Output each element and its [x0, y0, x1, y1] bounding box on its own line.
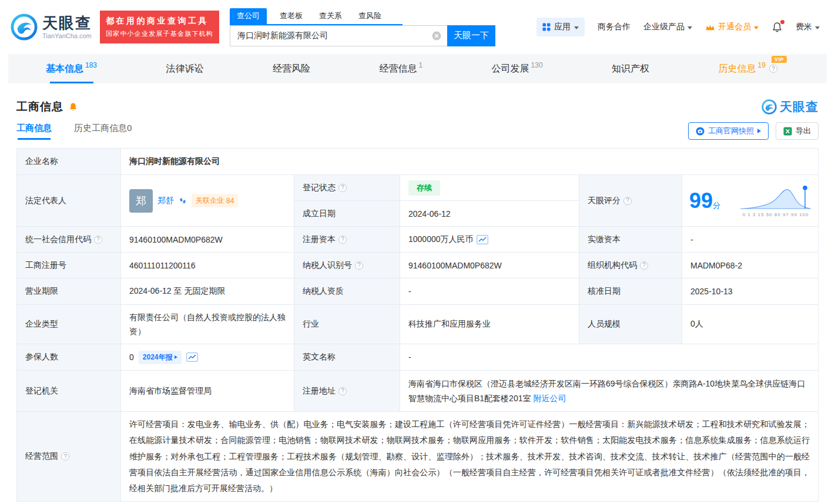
- apps-grid-icon: [542, 23, 551, 31]
- field-value-legal-representative: 郑 郑舒 关联企业 84: [121, 175, 294, 227]
- related-companies-badge[interactable]: 关联企业 84: [192, 194, 238, 207]
- help-icon[interactable]: ?: [623, 197, 632, 205]
- help-icon[interactable]: ?: [94, 236, 102, 244]
- help-icon[interactable]: ?: [61, 452, 69, 461]
- open-vip-label: 开通会员: [718, 22, 751, 32]
- related-companies-label: 关联企业: [196, 196, 224, 206]
- nav-operation-info-label: 经营信息: [379, 63, 417, 75]
- help-icon[interactable]: ?: [769, 65, 777, 73]
- nav-company-development-count: 130: [531, 61, 543, 69]
- tab-history-business-info[interactable]: 历史工商信息0: [74, 123, 132, 140]
- nav-intellectual-property[interactable]: 知识产权: [608, 54, 653, 83]
- user-name: 费米: [796, 22, 812, 32]
- crown-icon: [705, 23, 715, 31]
- field-value-taxpayer-id: 91460100MADM0P682W: [400, 253, 579, 278]
- field-value-registered-address: 海南省海口市保税区（澄迈县老城经济开发区南一环路69号综合保税区）亲商路A-10…: [400, 371, 819, 412]
- legal-representative-link[interactable]: 郑舒: [157, 196, 174, 206]
- enterprise-product-label: 企业级产品: [643, 22, 685, 32]
- apps-menu[interactable]: 应用: [536, 18, 585, 36]
- field-label-registration-status: 登记状态?: [294, 175, 400, 201]
- business-cooperation-link[interactable]: 商务合作: [598, 22, 631, 32]
- field-value-insured-count: 0 2024年报: [121, 344, 294, 371]
- open-vip-menu[interactable]: 开通会员: [705, 22, 759, 32]
- logo-domain: TianYanCha.com: [42, 32, 92, 39]
- user-menu[interactable]: 费米: [796, 22, 820, 32]
- nav-history-info[interactable]: 历史信息 19 VIP ?: [715, 54, 781, 83]
- nearby-companies-link[interactable]: 附近公司: [533, 394, 566, 403]
- field-label-english-name: 英文名称: [294, 344, 400, 371]
- search-input[interactable]: [230, 25, 447, 46]
- chevron-down-icon: [815, 26, 820, 29]
- field-label-establish-date: 成立日期: [294, 201, 400, 227]
- camera-icon: [696, 127, 705, 136]
- trend-chart-icon[interactable]: [477, 235, 488, 244]
- page-title: 工商信息: [16, 99, 63, 115]
- field-label-taxpayer-quality: 纳税人资质: [294, 278, 400, 305]
- nav-legal-litigation-label: 法律诉讼: [166, 63, 204, 75]
- nav-history-info-label: 历史信息: [719, 63, 756, 75]
- tab-business-info[interactable]: 工商信息: [16, 123, 52, 140]
- search-button[interactable]: 天眼一下: [447, 25, 495, 46]
- help-icon[interactable]: ?: [338, 184, 347, 192]
- help-icon[interactable]: ?: [338, 236, 347, 244]
- footprint-icon[interactable]: [179, 197, 187, 205]
- chevron-down-icon: [754, 26, 759, 29]
- field-value-credit-code: 91460100MADM0P682W: [121, 227, 294, 253]
- field-value-establish-date: 2024-06-12: [400, 201, 579, 227]
- avatar[interactable]: 郑: [129, 189, 153, 213]
- clear-icon[interactable]: [432, 31, 441, 41]
- nav-legal-litigation[interactable]: 法律诉讼: [163, 54, 207, 83]
- field-label-registration-number: 工商注册号: [17, 253, 121, 278]
- nav-company-development-label: 公司发展: [492, 63, 529, 75]
- nav-basic-info[interactable]: 基本信息 183: [42, 54, 100, 83]
- field-label-business-term: 营业期限: [17, 278, 121, 305]
- field-label-paid-capital: 实缴资本: [579, 227, 682, 253]
- field-label-insured-count: 参保人数: [17, 344, 121, 371]
- field-label-tianyan-score: 天眼评分?: [579, 175, 682, 227]
- header-right: 应用 商务合作 企业级产品 开通会员 费米: [536, 18, 824, 36]
- help-icon[interactable]: ?: [640, 261, 648, 270]
- notification-dot: [780, 20, 784, 24]
- search-area: 查公司 查老板 查关系 查风险 天眼一下: [230, 8, 495, 46]
- field-value-business-term: 2024-06-12 至 无固定期限: [121, 278, 294, 305]
- notification-bell[interactable]: [772, 22, 783, 33]
- search-tab-boss[interactable]: 查老板: [276, 8, 306, 24]
- business-cooperation-label: 商务合作: [598, 22, 631, 32]
- section-header: 工商信息 天眼查: [16, 83, 819, 122]
- search-tab-relation[interactable]: 查关系: [316, 8, 346, 24]
- annual-report-badge[interactable]: 2024年报: [139, 351, 182, 364]
- enterprise-product-menu[interactable]: 企业级产品: [643, 22, 692, 32]
- nav-operation-risk[interactable]: 经营风险: [269, 54, 314, 83]
- nav-company-development[interactable]: 公司发展 130: [488, 54, 546, 83]
- top-header: 天眼查 TianYanCha.com 都在用的商业查询工具 国家中小企业发展子基…: [0, 0, 835, 54]
- search-tab-risk[interactable]: 查风险: [355, 8, 385, 24]
- score-distribution-chart: 0 1 3 15 50 80 97 99 100: [738, 184, 813, 217]
- nav-operation-info-count: 1: [418, 61, 422, 69]
- field-value-org-code: MADM0P68-2: [682, 253, 819, 278]
- field-label-credit-code: 统一社会信用代码?: [17, 227, 121, 253]
- field-value-tianyan-score[interactable]: 99分 0 1 3 15 50 80 97 99 100: [682, 175, 819, 227]
- nav-intellectual-property-label: 知识产权: [612, 63, 649, 75]
- alert-bell-icon[interactable]: [68, 102, 78, 112]
- field-label-registration-authority: 登记机关: [17, 371, 121, 412]
- field-label-org-code: 组织机构代码?: [579, 253, 682, 278]
- official-snapshot-label: 工商官网快照: [708, 126, 754, 136]
- search-tabs: 查公司 查老板 查关系 查风险: [230, 8, 403, 25]
- help-icon[interactable]: ?: [338, 387, 347, 395]
- trend-chart-icon[interactable]: [186, 352, 198, 362]
- tianyancha-logo[interactable]: 天眼查 TianYanCha.com: [11, 14, 92, 41]
- field-value-registration-status: 存续: [400, 175, 579, 201]
- field-value-paid-capital: -: [682, 227, 819, 253]
- help-icon[interactable]: ?: [355, 261, 363, 270]
- slogan-line-1: 都在用的商业查询工具: [106, 16, 213, 26]
- export-button[interactable]: 导出: [776, 122, 819, 140]
- official-snapshot-button[interactable]: 工商官网快照: [688, 122, 769, 140]
- vip-badge: VIP: [772, 56, 787, 63]
- status-badge: 存续: [408, 180, 440, 196]
- nav-operation-info[interactable]: 经营信息 1: [375, 54, 426, 83]
- nav-history-info-count: 19: [758, 61, 766, 69]
- field-label-approval-date: 核准日期: [579, 278, 682, 305]
- search-tab-company[interactable]: 查公司: [230, 8, 267, 24]
- field-label-taxpayer-id: 纳税人识别号?: [294, 253, 400, 278]
- field-value-english-name: -: [400, 344, 819, 371]
